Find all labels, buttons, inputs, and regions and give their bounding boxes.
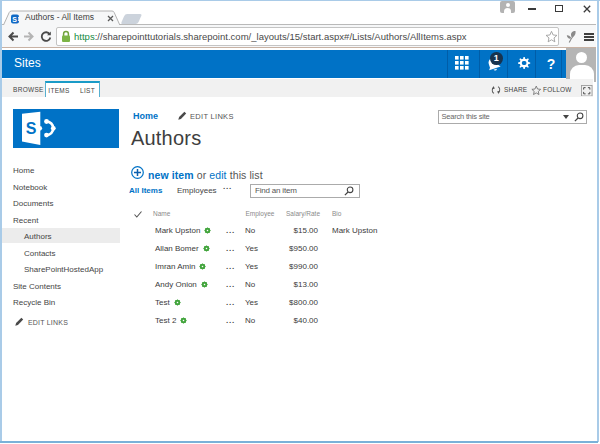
svg-text:S: S [12,16,17,23]
svg-text:S: S [26,120,37,137]
